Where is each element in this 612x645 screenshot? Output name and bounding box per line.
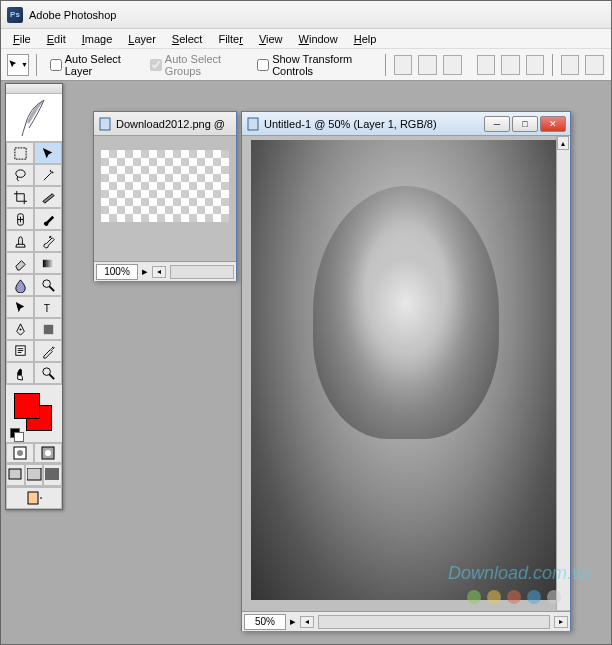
menu-image[interactable]: Image <box>74 31 121 47</box>
hand-tool[interactable] <box>6 362 34 384</box>
distribute-button[interactable] <box>585 55 604 75</box>
vertical-scrollbar[interactable]: ▴ <box>556 136 570 610</box>
show-transform-checkbox[interactable]: Show Transform Controls <box>251 53 378 77</box>
panel-grip[interactable] <box>6 84 62 94</box>
default-colors-icon[interactable] <box>10 428 22 440</box>
svg-point-1 <box>15 169 24 177</box>
foreground-color[interactable] <box>14 393 40 419</box>
path-selection-tool[interactable] <box>6 296 34 318</box>
svg-point-4 <box>42 279 50 287</box>
align-top-button[interactable] <box>394 55 413 75</box>
eyedropper-tool[interactable] <box>34 340 62 362</box>
document-titlebar[interactable]: Untitled-1 @ 50% (Layer 1, RGB/8) ─ □ ✕ <box>242 112 570 136</box>
menu-layer[interactable]: Layer <box>120 31 164 47</box>
app-icon: Ps <box>7 7 23 23</box>
distribute-button[interactable] <box>561 55 580 75</box>
svg-rect-0 <box>14 147 25 158</box>
options-bar: ▼ Auto Select Layer Auto Select Groups S… <box>1 49 611 81</box>
menu-filter[interactable]: Filter <box>210 31 250 47</box>
healing-brush-tool[interactable] <box>6 208 34 230</box>
gradient-tool[interactable] <box>34 252 62 274</box>
horizontal-scrollbar[interactable] <box>170 265 234 279</box>
feather-icon <box>19 98 49 138</box>
marquee-tool[interactable] <box>6 142 34 164</box>
svg-rect-14 <box>9 469 21 479</box>
minimize-button[interactable]: ─ <box>484 116 510 132</box>
menu-view[interactable]: View <box>251 31 291 47</box>
clone-stamp-tool[interactable] <box>6 230 34 252</box>
toolbox-panel: T <box>5 83 63 510</box>
move-tool[interactable] <box>34 142 62 164</box>
auto-select-groups-checkbox[interactable]: Auto Select Groups <box>144 53 247 77</box>
align-left-button[interactable] <box>477 55 496 75</box>
align-bottom-button[interactable] <box>443 55 462 75</box>
align-hcenter-button[interactable] <box>501 55 520 75</box>
svg-point-13 <box>45 450 51 456</box>
blur-tool[interactable] <box>6 274 34 296</box>
workspace: T Download2012.png @ <box>1 83 611 644</box>
svg-rect-7 <box>43 324 52 333</box>
document-titlebar[interactable]: Download2012.png @ <box>94 112 236 136</box>
svg-rect-17 <box>28 492 38 504</box>
scroll-left-button[interactable]: ◂ <box>152 266 166 278</box>
screen-mode-buttons <box>6 463 62 486</box>
status-menu-icon[interactable]: ▸ <box>290 615 296 628</box>
align-right-button[interactable] <box>526 55 545 75</box>
screen-mode-full-menu[interactable] <box>25 464 44 486</box>
magic-wand-tool[interactable] <box>34 164 62 186</box>
screen-mode-full[interactable] <box>43 464 62 486</box>
brush-preview <box>6 94 62 142</box>
separator <box>385 54 386 76</box>
svg-point-11 <box>17 450 23 456</box>
quick-mask-toggle <box>6 442 62 463</box>
svg-point-6 <box>19 328 21 330</box>
separator <box>552 54 553 76</box>
standard-mode-button[interactable] <box>6 443 34 463</box>
document-statusbar: 100% ▸ ◂ <box>94 261 236 281</box>
lasso-tool[interactable] <box>6 164 34 186</box>
menu-select[interactable]: Select <box>164 31 211 47</box>
quick-mask-button[interactable] <box>34 443 62 463</box>
auto-select-layer-checkbox[interactable]: Auto Select Layer <box>44 53 140 77</box>
document-canvas[interactable] <box>242 136 570 611</box>
zoom-field[interactable]: 50% <box>244 614 286 630</box>
edit-in-imageready-button[interactable] <box>6 487 62 509</box>
tool-preset-picker[interactable]: ▼ <box>7 54 29 76</box>
crop-tool[interactable] <box>6 186 34 208</box>
pen-tool[interactable] <box>6 318 34 340</box>
notes-tool[interactable] <box>6 340 34 362</box>
svg-rect-15 <box>27 468 41 480</box>
svg-rect-3 <box>42 259 53 267</box>
shape-tool[interactable] <box>34 318 62 340</box>
zoom-field[interactable]: 100% <box>96 264 138 280</box>
menu-file[interactable]: File <box>5 31 39 47</box>
scroll-left-button[interactable]: ◂ <box>300 616 314 628</box>
document-canvas[interactable] <box>94 136 236 261</box>
menu-window[interactable]: Window <box>291 31 346 47</box>
title-bar: Ps Adobe Photoshop <box>1 1 611 29</box>
maximize-button[interactable]: □ <box>512 116 538 132</box>
menu-edit[interactable]: Edit <box>39 31 74 47</box>
scroll-up-button[interactable]: ▴ <box>557 136 569 150</box>
horizontal-scrollbar[interactable] <box>318 615 550 629</box>
scroll-right-button[interactable]: ▸ <box>554 616 568 628</box>
zoom-tool[interactable] <box>34 362 62 384</box>
status-menu-icon[interactable]: ▸ <box>142 265 148 278</box>
align-vcenter-button[interactable] <box>418 55 437 75</box>
svg-point-9 <box>42 367 50 375</box>
color-swatches <box>6 384 62 442</box>
dodge-tool[interactable] <box>34 274 62 296</box>
svg-rect-18 <box>100 118 110 130</box>
app-title: Adobe Photoshop <box>29 9 116 21</box>
document-icon <box>98 117 112 131</box>
close-button[interactable]: ✕ <box>540 116 566 132</box>
screen-mode-standard[interactable] <box>6 464 25 486</box>
document-title: Download2012.png @ <box>116 118 232 130</box>
slice-tool[interactable] <box>34 186 62 208</box>
eraser-tool[interactable] <box>6 252 34 274</box>
tool-grid: T <box>6 142 62 384</box>
history-brush-tool[interactable] <box>34 230 62 252</box>
menu-help[interactable]: Help <box>346 31 385 47</box>
brush-tool[interactable] <box>34 208 62 230</box>
type-tool[interactable]: T <box>34 296 62 318</box>
